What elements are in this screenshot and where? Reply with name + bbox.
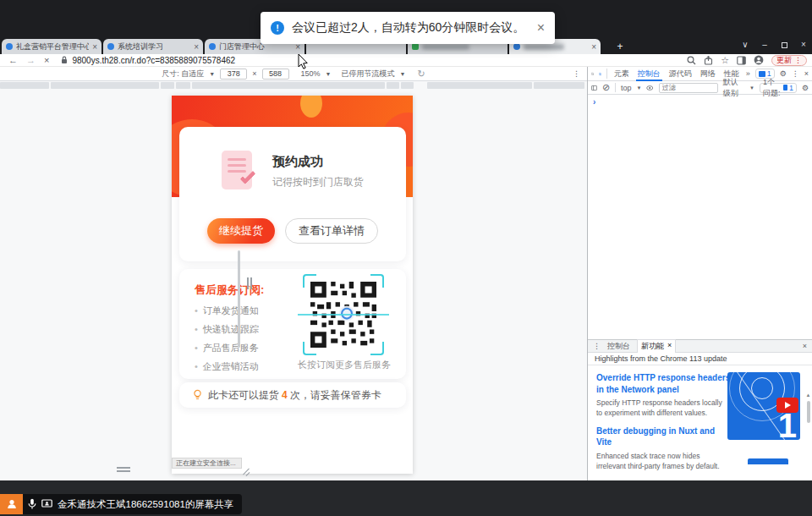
subscribe-card: 售后服务订阅: 订单发货通知 快递轨迹跟踪 产品售后服务 企业营销活动	[179, 269, 406, 379]
viewport-width-input[interactable]	[220, 69, 247, 80]
toast-close-icon[interactable]: ×	[537, 20, 545, 36]
qr-code[interactable]	[303, 274, 384, 355]
tab-gift-platform[interactable]: 礼盒营销平台管理中心 ×	[2, 39, 102, 54]
tab-console[interactable]: 控制台	[636, 67, 662, 81]
mouse-cursor	[298, 53, 309, 69]
drawer-close-icon[interactable]: ×	[803, 342, 807, 350]
whatsnew-link[interactable]: Override HTTP response headers in the Ne…	[596, 372, 732, 395]
tab-network[interactable]: 网络	[699, 67, 717, 81]
new-tab-button[interactable]: +	[614, 41, 626, 52]
drawer-kebab-icon[interactable]: ⋮	[593, 342, 601, 350]
drawer-tab-console[interactable]: 控制台	[607, 341, 630, 352]
drawer-scrollbar[interactable]: ▲ ▼	[805, 392, 811, 480]
whatsnew-desc: Specify HTTP response headers locally to…	[596, 398, 727, 419]
throttle-select[interactable]: 已停用节流模式	[342, 69, 395, 80]
info-icon: !	[271, 21, 284, 35]
tab-training[interactable]: 系统培训学习 ×	[103, 39, 203, 54]
device-toggle-icon[interactable]	[599, 69, 601, 79]
console-issues-counter[interactable]: 1个问题: 1	[760, 83, 797, 93]
browser-menu-kebab-icon[interactable]: ⋮	[794, 56, 802, 64]
tab-elements[interactable]: 元素	[612, 67, 631, 81]
more-tabs-icon[interactable]: »	[746, 69, 750, 78]
zoom-icon[interactable]	[687, 56, 696, 65]
success-subtitle: 记得按时到门店取货	[272, 175, 364, 189]
site-favicon	[107, 43, 114, 50]
site-favicon	[209, 43, 216, 50]
list-item: 快递轨迹跟踪	[195, 323, 259, 336]
continue-pickup-button[interactable]: 继续提货	[207, 218, 275, 244]
viewport-scrollbar[interactable]	[238, 250, 240, 348]
console-filter-input[interactable]	[659, 83, 718, 93]
chevron-down-icon: ▼	[400, 71, 406, 77]
viewport-height-input[interactable]	[262, 69, 289, 80]
tab-close-icon[interactable]: ×	[92, 42, 97, 52]
tip-text: 此卡还可以提货4次，请妥善保管券卡	[208, 388, 381, 403]
tab-title: 系统培训学习	[118, 41, 163, 52]
screen: 礼盒营销平台管理中心 × 系统培训学习 × 门店管理中心 × ×	[0, 0, 812, 516]
success-title: 预约成功	[272, 154, 364, 170]
chevron-down-icon: ▼	[209, 71, 215, 77]
success-card: 预约成功 记得按时到门店取货 继续提货 查看订单详情	[179, 127, 406, 261]
person-icon	[6, 498, 18, 510]
inspect-element-icon[interactable]	[591, 69, 594, 79]
close-window-button[interactable]: ×	[798, 40, 809, 50]
page-viewport: 预约成功 记得按时到门店取货 继续提货 查看订单详情 售后服务订阅: 订单发货通…	[172, 96, 413, 474]
context-select[interactable]: top	[621, 84, 632, 92]
profile-avatar-icon[interactable]	[754, 55, 764, 65]
viewport-resize-handle-bottom[interactable]	[117, 467, 130, 472]
back-button[interactable]: ←	[8, 54, 18, 67]
console-output[interactable]: ›	[588, 95, 812, 340]
viewport-resize-handle-corner[interactable]	[242, 467, 250, 475]
maximize-button[interactable]	[779, 40, 789, 50]
chrome-update-button[interactable]: 更新 ⋮	[771, 55, 807, 66]
console-settings-gear-icon[interactable]: ⚙	[802, 84, 809, 92]
zoom-select[interactable]: 150%	[301, 69, 321, 78]
url-text: 9800ys.th28.cn/r.do?c=8385889075578462	[72, 56, 235, 65]
bookmark-star-icon[interactable]: ☆	[721, 55, 729, 66]
tab-close-icon[interactable]: ×	[194, 42, 199, 52]
media-query-bar[interactable]	[0, 82, 587, 89]
tab-sources[interactable]: 源代码	[667, 67, 694, 81]
devtools-close-icon[interactable]: ×	[804, 69, 809, 78]
drawer-tab-whatsnew[interactable]: 新功能 ×	[637, 339, 676, 353]
device-toolbar-kebab-icon[interactable]: ⋮	[573, 69, 580, 78]
screen-share-icon	[41, 499, 52, 509]
whatsnew-link[interactable]: Better debugging in Nuxt and Vite	[596, 425, 732, 448]
share-icon[interactable]	[704, 56, 713, 65]
tab-search-icon[interactable]: ∨	[740, 40, 750, 50]
drawer-tab-close-icon[interactable]: ×	[667, 341, 672, 352]
meeting-toast: ! 会议已超过2人，自动转为60分钟限时会议。 ×	[261, 12, 555, 44]
browser-window: 礼盒营销平台管理中心 × 系统培训学习 × 门店管理中心 × ×	[0, 0, 812, 480]
sharer-avatar	[0, 494, 23, 514]
bulb-icon	[193, 389, 202, 401]
whatsnew-header: Highlights from the Chrome 113 update	[588, 353, 812, 365]
screen-share-banner[interactable]: 金禾通技术王斌18662591081的屏幕共享	[0, 494, 242, 514]
list-item: 产品售后服务	[195, 342, 259, 354]
window-controls: ∨ – ×	[740, 40, 809, 50]
tab-close-icon[interactable]: ×	[591, 42, 596, 52]
eye-icon[interactable]	[646, 85, 653, 91]
site-favicon	[6, 43, 13, 50]
clear-console-icon[interactable]: ⊘	[602, 82, 610, 93]
devtools-panel: 元素 控制台 源代码 网络 性能 » 1 ⚙ ⋮ × ⊘	[587, 67, 812, 480]
toast-message: 会议已超过2人，自动转为60分钟限时会议。	[292, 20, 524, 36]
browser-toolbar: ← → × 9800ys.th28.cn/r.do?c=838588907557…	[0, 54, 812, 67]
tab-title: 礼盒营销平台管理中心	[16, 41, 89, 52]
rotate-icon[interactable]: ↻	[417, 69, 425, 80]
console-sidebar-icon[interactable]	[591, 84, 597, 92]
address-bar[interactable]: 9800ys.th28.cn/r.do?c=8385889075578462	[61, 56, 235, 65]
view-order-button[interactable]: 查看订单详情	[285, 218, 378, 244]
whatsnew-body: Override HTTP response headers in the Ne…	[588, 365, 812, 480]
qr-caption: 长按订阅更多售后服务	[281, 359, 408, 371]
remaining-count: 4	[282, 389, 288, 401]
artwork-number: 1	[778, 407, 797, 440]
side-panel-icon[interactable]	[737, 56, 746, 65]
device-size-select[interactable]: 尺寸: 自适应	[162, 69, 204, 80]
forward-button[interactable]: →	[26, 54, 36, 67]
stop-button[interactable]: ×	[44, 54, 49, 67]
viewport-resize-handle-right[interactable]	[247, 277, 253, 289]
subscribe-title: 售后服务订阅:	[195, 283, 264, 298]
minimize-button[interactable]: –	[760, 40, 770, 50]
device-toolbar: 尺寸: 自适应 ▼ × 150% ▼ 已停用节流模式 ▼ ↻ ⋮	[0, 67, 587, 81]
devtools-kebab-icon[interactable]: ⋮	[792, 69, 799, 78]
